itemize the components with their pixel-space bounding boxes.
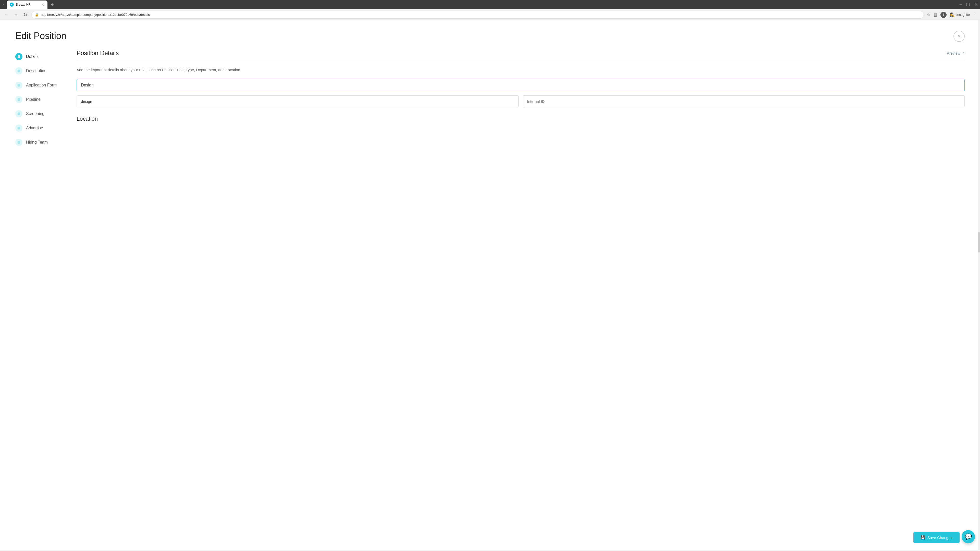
tab-title: Breezy HR: [16, 3, 39, 6]
position-title-input[interactable]: [76, 79, 965, 91]
back-button[interactable]: ←: [3, 11, 10, 18]
save-changes-button[interactable]: 💾 Save Changes: [913, 532, 959, 543]
menu-button[interactable]: ⋮: [973, 12, 977, 17]
extensions-icon[interactable]: ▦: [934, 12, 937, 17]
svg-rect-2: [18, 84, 20, 86]
application-form-icon: [15, 82, 22, 89]
sidebar: Details Description Application Form: [15, 49, 61, 149]
bookmark-icon[interactable]: ☆: [927, 12, 931, 17]
address-text: app.breezy.hr/app/c/sample-company/posit…: [41, 13, 921, 17]
sidebar-label-screening: Screening: [26, 111, 45, 116]
screening-icon: [15, 110, 22, 118]
helper-text: Add the important details about your rol…: [76, 67, 965, 73]
section-header: Position Details Preview ↗: [76, 49, 965, 61]
browser-actions: ☆ ▦ I 🕵 Incognito ⋮: [927, 12, 977, 18]
address-bar-row: ← → ↻ 🔒 app.breezy.hr/app/c/sample-compa…: [0, 9, 980, 21]
maximize-button[interactable]: ☐: [966, 2, 970, 7]
page-title: Edit Position: [15, 30, 66, 41]
location-section: Location: [76, 116, 965, 122]
location-title: Location: [76, 116, 965, 122]
form-row-department: [76, 95, 965, 107]
hiring-team-icon: [15, 139, 22, 146]
forward-button[interactable]: →: [13, 11, 19, 18]
external-link-icon: ↗: [962, 51, 965, 55]
svg-rect-6: [18, 141, 20, 144]
sidebar-item-details[interactable]: Details: [15, 49, 61, 64]
preview-label: Preview: [947, 51, 960, 56]
profile-icon[interactable]: I: [940, 12, 947, 18]
details-icon: [15, 53, 22, 60]
active-tab[interactable]: B Breezy HR ✕: [6, 0, 48, 9]
save-icon: 💾: [921, 535, 925, 540]
internal-id-input[interactable]: [523, 95, 965, 107]
department-input[interactable]: [76, 95, 519, 107]
close-button[interactable]: ×: [953, 30, 965, 42]
svg-rect-5: [18, 127, 20, 129]
sidebar-item-hiring-team[interactable]: Hiring Team: [15, 135, 61, 149]
svg-rect-3: [18, 98, 20, 101]
sidebar-label-description: Description: [26, 68, 46, 73]
lock-icon: 🔒: [35, 13, 39, 17]
address-bar[interactable]: 🔒 app.breezy.hr/app/c/sample-company/pos…: [32, 11, 924, 19]
preview-link[interactable]: Preview ↗: [947, 51, 965, 56]
advertise-icon: [15, 124, 22, 132]
main-content: Position Details Preview ↗ Add the impor…: [76, 49, 965, 149]
sidebar-item-screening[interactable]: Screening: [15, 106, 61, 121]
svg-rect-0: [18, 56, 20, 58]
tab-group: ‹ B Breezy HR ✕ +: [2, 0, 56, 9]
reload-button[interactable]: ↻: [22, 11, 28, 19]
sidebar-item-description[interactable]: Description: [15, 64, 61, 78]
tab-favicon: B: [10, 3, 14, 6]
minimize-button[interactable]: −: [959, 2, 962, 7]
scrollbar-thumb[interactable]: [978, 232, 980, 252]
sidebar-item-advertise[interactable]: Advertise: [15, 121, 61, 135]
tab-arrow-left[interactable]: ‹: [2, 2, 5, 7]
main-layout: Details Description Application Form: [0, 49, 980, 149]
sidebar-label-pipeline: Pipeline: [26, 97, 41, 102]
incognito-badge: 🕵 Incognito: [950, 12, 970, 17]
incognito-icon: 🕵: [950, 12, 955, 17]
tab-close-button[interactable]: ✕: [41, 3, 45, 6]
description-icon: [15, 67, 22, 75]
sidebar-label-hiring-team: Hiring Team: [26, 140, 48, 144]
scrollbar[interactable]: [978, 21, 980, 550]
svg-rect-4: [18, 113, 20, 115]
sidebar-item-application-form[interactable]: Application Form: [15, 78, 61, 92]
window-close-button[interactable]: ✕: [974, 2, 978, 7]
chat-button[interactable]: 💬: [962, 530, 975, 543]
new-tab-button[interactable]: +: [49, 1, 56, 8]
svg-rect-1: [18, 70, 20, 72]
sidebar-label-details: Details: [26, 54, 38, 59]
chat-icon: 💬: [965, 534, 972, 540]
browser-tab-bar: ‹ B Breezy HR ✕ + − ☐ ✕: [0, 0, 980, 9]
section-title: Position Details: [76, 49, 119, 57]
save-button-container: 💾 Save Changes: [913, 532, 959, 543]
sidebar-label-advertise: Advertise: [26, 126, 43, 130]
save-label: Save Changes: [928, 535, 953, 540]
page-content: Edit Position × Details Descri: [0, 21, 980, 550]
sidebar-item-pipeline[interactable]: Pipeline: [15, 92, 61, 106]
sidebar-label-application-form: Application Form: [26, 83, 57, 87]
pipeline-icon: [15, 96, 22, 103]
page-header: Edit Position ×: [0, 21, 980, 49]
